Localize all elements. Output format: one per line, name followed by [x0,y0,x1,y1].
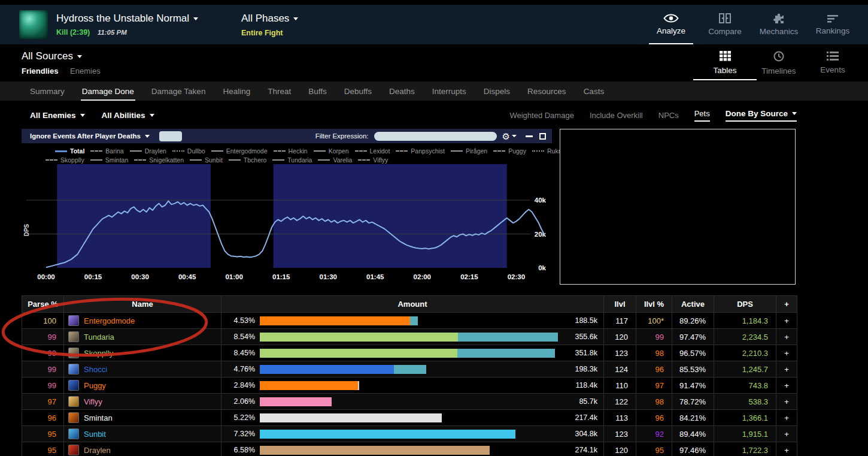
damage-bar[interactable] [260,333,558,342]
legend-name: Draylen [145,147,166,155]
phase-selector[interactable]: All Phases Entire Fight [241,13,298,37]
column-header-parse[interactable]: Parse % [22,296,64,313]
damage-bar[interactable] [260,446,490,455]
tab-dispels[interactable]: Dispels [484,81,510,101]
column-header-ilvl[interactable]: Ilvl [604,296,636,313]
column-header-amount[interactable]: Amount [221,296,604,313]
legend-item-sunbit[interactable]: Sunbit [190,156,223,164]
legend-item-heckin[interactable]: Heckin [274,147,308,155]
damage-bar[interactable] [260,365,426,374]
column-header-dps[interactable]: DPS [714,296,776,313]
legend-item-puggy[interactable]: Puggy [493,147,526,155]
player-name-link[interactable]: Entergodmode [84,316,135,325]
expand-row-button[interactable]: + [776,442,797,456]
filter-pets[interactable]: Pets [694,109,710,122]
gear-icon[interactable]: ⚙ [502,132,517,141]
legend-item-pirågen[interactable]: Pirågen [451,147,487,155]
legend-item-entergodmode[interactable]: Entergodmode [211,147,268,155]
damage-bar[interactable] [260,349,555,358]
legend-item-varelia[interactable]: Varelia [318,156,352,164]
player-name-link[interactable]: Viflyy [84,397,102,406]
player-name-link[interactable]: Skopplly [84,349,113,358]
item-level: 123 [604,426,636,442]
boss-icon[interactable] [19,10,48,39]
nav-compare[interactable]: Compare [698,5,752,44]
column-header-name[interactable]: Name [64,296,221,313]
minimize-icon[interactable] [526,135,533,137]
graph-toggle-button[interactable] [159,131,182,141]
player-name-link[interactable]: Shocci [84,365,107,374]
tab-summary[interactable]: Summary [30,81,65,101]
player-name-link[interactable]: Smintan [84,413,113,422]
enemies-tab[interactable]: Enemies [70,67,101,76]
table-row: 95Sunbit7.32%304.8k1239289.44%1,915.1+ [22,426,797,442]
tab-damage-taken[interactable]: Damage Taken [151,81,206,101]
ignore-deaths-dropdown[interactable]: Ignore Events After Player Deaths [30,132,150,140]
filter-weighted-damage[interactable]: Weighted Damage [509,111,573,120]
damage-bar[interactable] [260,397,332,406]
tab-healing[interactable]: Healing [223,81,250,101]
tab-buffs[interactable]: Buffs [308,81,327,101]
expand-row-button[interactable]: + [776,378,797,394]
damage-bar[interactable] [260,316,418,325]
nav-rankings[interactable]: Rankings [806,5,860,44]
all-abilities-dropdown[interactable]: All Abilities [102,111,154,120]
legend-item-tbchero[interactable]: Tbchero [229,156,267,164]
filter-npcs[interactable]: NPCs [658,111,679,120]
expand-row-button[interactable]: + [776,426,797,442]
legend-item-smintan[interactable]: Smintan [90,156,129,164]
tab-interrupts[interactable]: Interrupts [432,81,466,101]
expand-row-button[interactable]: + [776,361,797,378]
filter-expression-input[interactable] [374,132,497,141]
tab-casts[interactable]: Casts [584,81,605,101]
dps-line-chart[interactable]: 0k20k40k00:0000:1500:3000:4501:0001:1501… [22,164,552,286]
legend-item-viflyy[interactable]: Viflyy [358,156,388,164]
legend-item-draylen[interactable]: Draylen [130,147,166,155]
damage-bar[interactable] [260,381,359,390]
legend-item-tundaria[interactable]: Tundaria [272,156,312,164]
legend-item-skopplly[interactable]: Skopplly [45,156,84,164]
legend-item-dullbo[interactable]: Dullbo [172,147,205,155]
filter-done-by-source[interactable]: Done By Source [726,109,797,122]
expand-row-button[interactable]: + [776,313,797,329]
clock-icon [773,51,784,64]
tab-deaths[interactable]: Deaths [389,81,415,101]
expand-row-button[interactable]: + [776,345,797,361]
legend-item-barina[interactable]: Barina [90,147,123,155]
view-events[interactable]: Events [806,46,860,80]
damage-bar-player-segment [260,430,515,439]
view-timelines[interactable]: Timelines [752,46,806,80]
tab-damage-done[interactable]: Damage Done [82,81,134,101]
player-name-link[interactable]: Tundaria [84,333,114,342]
legend-item-snigelkatten[interactable]: Snigelkatten [134,156,184,164]
legend-item-lexidot[interactable]: Lexidot [355,147,390,155]
all-enemies-dropdown[interactable]: All Enemies [30,111,85,120]
player-name-link[interactable]: Puggy [84,381,106,390]
nav-analyze[interactable]: Analyze [644,5,698,44]
player-name-link[interactable]: Sunbit [84,430,106,439]
column-header-ilvl[interactable]: Ilvl % [636,296,672,313]
maximize-icon[interactable] [539,133,546,140]
damage-bar[interactable] [260,413,442,422]
tab-threat[interactable]: Threat [268,81,291,101]
boss-selector[interactable]: Hydross the Unstable Normal [56,13,198,25]
damage-bar[interactable] [260,430,515,439]
view-tables[interactable]: Tables [698,46,752,80]
expand-row-button[interactable]: + [776,394,797,410]
column-header-active[interactable]: Active [672,296,714,313]
tab-debuffs[interactable]: Debuffs [344,81,372,101]
legend-item-total[interactable]: Total [55,147,84,155]
active-percent: 89.26% [672,313,714,329]
expand-row-button[interactable]: + [776,410,797,426]
filter-include-overkill[interactable]: Include Overkill [590,111,643,120]
player-name-link[interactable]: Draylen [84,446,111,455]
active-percent: 84.21% [672,410,714,426]
expand-row-button[interactable]: + [776,329,797,345]
column-header-[interactable]: + [776,296,797,313]
legend-item-panpsychist[interactable]: Panpsychist [396,147,445,155]
tab-resources[interactable]: Resources [527,81,566,101]
chevron-down-icon [150,114,154,117]
friendlies-tab[interactable]: Friendlies [22,67,58,76]
legend-item-korpen[interactable]: Korpen [314,147,349,155]
nav-mechanics[interactable]: Mechanics [752,5,806,44]
